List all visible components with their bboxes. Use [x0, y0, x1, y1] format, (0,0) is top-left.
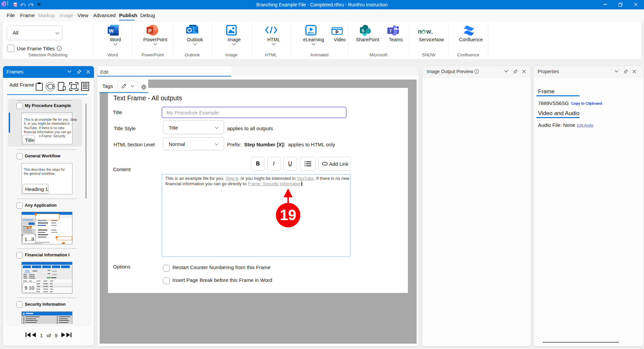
svg-text:S: S	[362, 28, 365, 33]
svg-text:w: w	[426, 28, 431, 35]
svg-text:P: P	[148, 28, 152, 34]
svg-text:T: T	[389, 29, 392, 34]
svg-text:n: n	[418, 28, 422, 35]
svg-text:W: W	[109, 28, 114, 34]
svg-text:19: 19	[280, 207, 297, 223]
